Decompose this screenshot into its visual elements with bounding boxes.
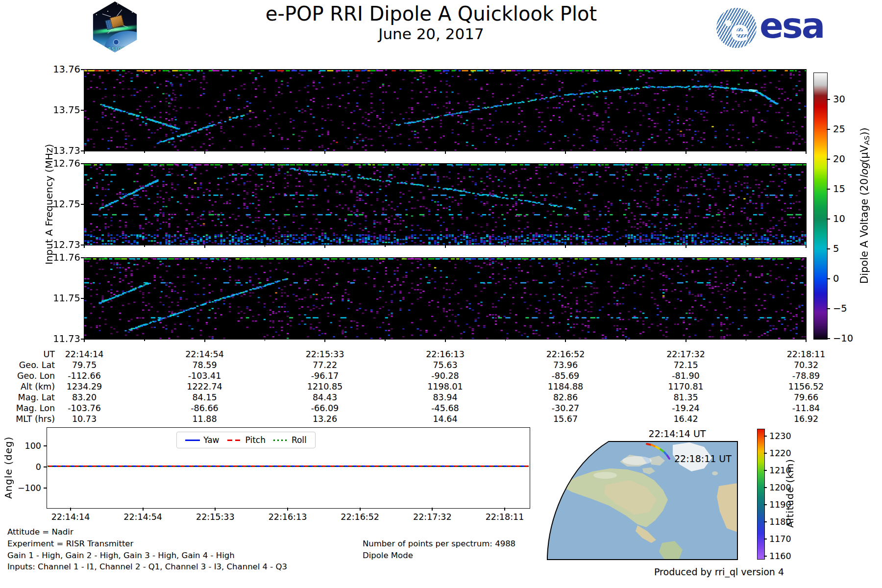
tick-mark bbox=[827, 219, 830, 220]
freq-tick-label: 12.73 bbox=[46, 240, 80, 250]
ephemeris-cell: 1156.52 bbox=[774, 381, 838, 392]
freq-tick-label: 12.76 bbox=[46, 158, 80, 169]
ephemeris-cell: 73.96 bbox=[534, 360, 597, 370]
ephemeris-cell: -66.09 bbox=[293, 403, 357, 414]
ephemeris-row-label: Mag. Lon bbox=[0, 403, 55, 414]
ephemeris-cell: -86.66 bbox=[173, 403, 237, 414]
roll-line bbox=[48, 466, 529, 467]
tick-mark bbox=[81, 163, 84, 164]
tick-mark bbox=[144, 339, 145, 341]
ephemeris-cell: 1210.85 bbox=[293, 381, 357, 392]
angle-tick-label: −100 bbox=[6, 483, 41, 493]
tick-mark bbox=[764, 521, 767, 522]
tick-mark bbox=[764, 504, 767, 505]
tick-mark bbox=[625, 151, 626, 153]
ephemeris-cell: 22:18:11 bbox=[774, 349, 838, 360]
ephemeris-cell: -11.84 bbox=[774, 403, 838, 414]
ephemeris-cell: -90.28 bbox=[414, 370, 477, 381]
ephemeris-cell: -30.27 bbox=[534, 403, 597, 414]
angle-tick-label: 100 bbox=[6, 441, 41, 451]
tick-mark bbox=[827, 99, 830, 100]
tick-mark bbox=[44, 466, 47, 467]
tick-mark bbox=[686, 151, 686, 154]
tick-mark bbox=[144, 151, 145, 153]
ephemeris-row-label: Mag. Lat bbox=[0, 392, 55, 403]
ephemeris-row-label: MLT (hrs) bbox=[0, 414, 55, 424]
ephemeris-cell: 1170.81 bbox=[654, 381, 718, 392]
ephemeris-cell: -45.68 bbox=[414, 403, 477, 414]
spectrogram-panel-1 bbox=[84, 70, 806, 151]
ephemeris-cell: -103.41 bbox=[173, 370, 237, 381]
tick-mark bbox=[265, 151, 266, 153]
tick-mark bbox=[265, 339, 266, 341]
tick-mark bbox=[44, 445, 47, 446]
time-tick-label: 22:17:32 bbox=[405, 512, 459, 522]
ephemeris-cell: 22:17:32 bbox=[654, 349, 718, 360]
ephemeris-cell: 77.22 bbox=[293, 360, 357, 370]
ephemeris-cell: -96.17 bbox=[293, 370, 357, 381]
tick-mark bbox=[324, 339, 325, 342]
track-start-label: 22:14:14 UT bbox=[648, 428, 707, 439]
csa-roundel-icon bbox=[113, 39, 119, 45]
info-points-per-spectrum: Number of points per spectrum: 4988 bbox=[363, 539, 515, 549]
ephemeris-cell: 1234.29 bbox=[52, 381, 116, 392]
tick-mark bbox=[827, 338, 830, 339]
ephemeris-cell: 22:14:54 bbox=[173, 349, 237, 360]
tick-mark bbox=[324, 245, 325, 248]
ephemeris-cell: 16.92 bbox=[774, 414, 838, 424]
tick-mark bbox=[445, 339, 446, 342]
time-tick-label: 22:16:13 bbox=[261, 512, 315, 522]
pitch-line-sample-icon bbox=[227, 440, 242, 441]
tick-mark bbox=[827, 278, 830, 279]
time-tick-label: 22:15:33 bbox=[188, 512, 242, 522]
ephemeris-cell: 79.75 bbox=[52, 360, 116, 370]
ephemeris-cell: 22:15:33 bbox=[293, 349, 357, 360]
ephemeris-cell: 1198.01 bbox=[414, 381, 477, 392]
tick-mark bbox=[746, 339, 747, 341]
freq-tick-label: 11.73 bbox=[46, 334, 80, 344]
tick-mark bbox=[827, 308, 830, 309]
ephemeris-cell: 10.73 bbox=[52, 414, 116, 424]
ephemeris-row-label: Alt (km) bbox=[0, 381, 55, 392]
ephemeris-cell: 75.63 bbox=[414, 360, 477, 370]
ephemeris-cell: 70.32 bbox=[774, 360, 838, 370]
spectrogram-panel-3 bbox=[84, 258, 806, 339]
legend-item-pitch: Pitch bbox=[227, 435, 266, 445]
legend-label-yaw: Yaw bbox=[203, 435, 219, 445]
ephemeris-cell: 11.88 bbox=[173, 414, 237, 424]
tick-mark bbox=[505, 339, 506, 341]
tick-mark bbox=[143, 508, 144, 511]
ephemeris-cell: -19.24 bbox=[654, 403, 718, 414]
tick-mark bbox=[81, 69, 84, 70]
tick-mark bbox=[764, 556, 767, 557]
voltage-colorbar-label: Dipole A Voltage (20log(μVAS)) bbox=[854, 74, 876, 338]
info-gains: Gain 1 - High, Gain 2 - High, Gain 3 - H… bbox=[7, 551, 235, 561]
credit-line: Produced by rri_ql version 4 bbox=[583, 566, 784, 577]
track-end-label: 22:18:11 UT bbox=[674, 453, 738, 464]
ephemeris-cell: 78.59 bbox=[173, 360, 237, 370]
freq-tick-label: 13.76 bbox=[46, 64, 80, 75]
altitude-colorbar-label: Altitude (km) bbox=[783, 432, 798, 555]
spectrogram-panel-2 bbox=[84, 164, 806, 245]
ephemeris-cell: 1222.74 bbox=[173, 381, 237, 392]
ephemeris-cell: 16.42 bbox=[654, 414, 718, 424]
time-tick-label: 22:18:11 bbox=[478, 512, 532, 522]
ephemeris-row-label: Geo. Lon bbox=[0, 370, 55, 381]
info-experiment: Experiment = RISR Transmitter bbox=[7, 539, 133, 549]
tick-mark bbox=[287, 508, 288, 511]
info-attitude: Attitude = Nadir bbox=[7, 527, 74, 537]
page-title: e-POP RRI Dipole A Quicklook Plot bbox=[196, 3, 666, 24]
legend-item-roll: Roll bbox=[273, 435, 307, 445]
ephemeris-cell: 22:14:14 bbox=[52, 349, 116, 360]
tick-mark bbox=[764, 436, 767, 437]
roll-line-sample-icon bbox=[273, 440, 288, 441]
tick-mark bbox=[746, 151, 747, 153]
freq-tick-label: 11.76 bbox=[46, 252, 80, 263]
tick-mark bbox=[385, 339, 386, 341]
tick-mark bbox=[806, 151, 807, 154]
tick-mark bbox=[565, 151, 566, 154]
ephemeris-cell: -103.76 bbox=[52, 403, 116, 414]
tick-mark bbox=[81, 257, 84, 258]
tick-mark bbox=[385, 151, 386, 153]
freq-tick-label: 13.73 bbox=[46, 146, 80, 156]
